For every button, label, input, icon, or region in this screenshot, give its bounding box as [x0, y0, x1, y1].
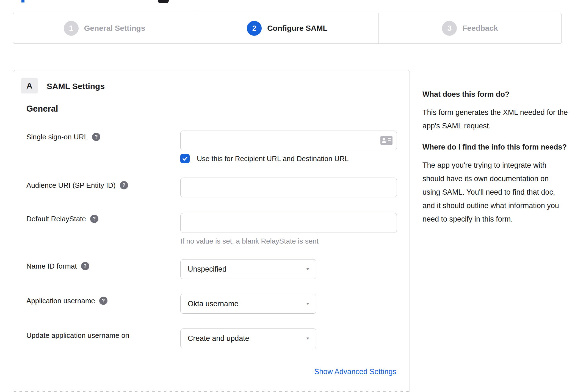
step-number-badge: 1	[64, 21, 79, 36]
step-general-settings[interactable]: 1 General Settings	[13, 13, 196, 43]
chevron-down-icon: ▼	[305, 336, 310, 341]
sso-url-input-wrap	[180, 131, 397, 150]
step-feedback[interactable]: 3 Feedback	[378, 13, 561, 43]
select-value: Unspecified	[188, 265, 226, 274]
app-username-select[interactable]: Okta username ▼	[180, 294, 316, 314]
sso-url-input[interactable]	[180, 131, 397, 150]
step-label: Configure SAML	[267, 24, 327, 33]
relaystate-hint: If no value is set, a blank RelayState i…	[180, 237, 319, 245]
relaystate-label: Default RelayState	[26, 215, 86, 223]
step-number-badge: 2	[247, 21, 262, 36]
step-number-badge: 3	[442, 21, 457, 36]
help-question-2: Where do I find the info this form needs…	[422, 140, 568, 154]
app-username-label: Application username	[26, 297, 95, 305]
select-value: Okta username	[188, 300, 239, 308]
audience-uri-input[interactable]	[180, 178, 397, 197]
help-icon[interactable]: ?	[99, 297, 107, 305]
sso-url-label: Single sign-on URL	[26, 133, 88, 141]
clipped-header-blue-artifact	[21, 0, 24, 2]
select-value: Create and update	[188, 334, 249, 343]
chevron-down-icon: ▼	[305, 267, 310, 271]
name-id-format-select[interactable]: Unspecified ▼	[180, 259, 316, 279]
card-title: SAML Settings	[47, 82, 105, 91]
chevron-down-icon: ▼	[305, 302, 310, 306]
section-a-badge: A	[21, 78, 38, 93]
help-icon[interactable]: ?	[120, 181, 128, 189]
saml-settings-card: A SAML Settings General Single sign-on U…	[13, 70, 410, 392]
clipped-header-title-artifact	[158, 0, 169, 3]
recipient-url-checkbox[interactable]	[180, 154, 190, 163]
relaystate-input[interactable]	[180, 213, 397, 233]
checkmark-icon	[182, 155, 188, 162]
step-label: Feedback	[462, 24, 498, 33]
step-label: General Settings	[84, 24, 145, 33]
name-id-format-label: Name ID format	[26, 262, 77, 270]
help-panel: What does this form do? This form genera…	[422, 87, 568, 233]
show-advanced-settings-link[interactable]: Show Advanced Settings	[314, 368, 396, 376]
audience-uri-label: Audience URI (SP Entity ID)	[26, 181, 116, 190]
update-username-label: Update application username on	[26, 331, 129, 340]
dashed-section-divider	[14, 391, 409, 392]
help-answer-2: The app you're trying to integrate with …	[422, 159, 568, 226]
step-configure-saml[interactable]: 2 Configure SAML	[196, 13, 378, 43]
help-icon[interactable]: ?	[81, 262, 89, 270]
group-title-general: General	[26, 104, 58, 114]
help-answer-1: This form generates the XML needed for t…	[422, 106, 568, 133]
help-question-1: What does this form do?	[422, 87, 568, 101]
help-icon[interactable]: ?	[90, 215, 98, 223]
wizard-stepper: 1 General Settings 2 Configure SAML 3 Fe…	[13, 13, 562, 44]
recipient-url-checkbox-label: Use this for Recipient URL and Destinati…	[197, 154, 349, 163]
help-icon[interactable]: ?	[92, 133, 100, 141]
update-username-select[interactable]: Create and update ▼	[180, 328, 316, 348]
